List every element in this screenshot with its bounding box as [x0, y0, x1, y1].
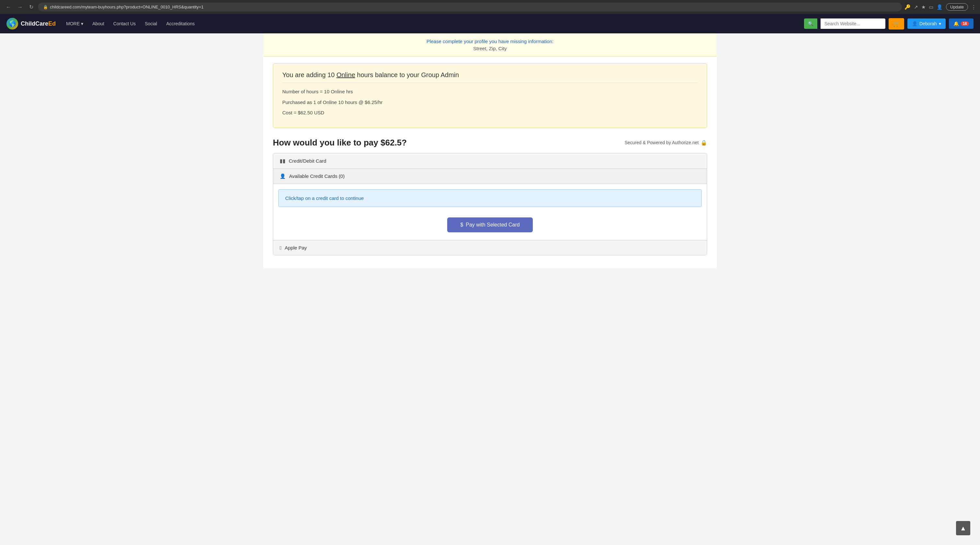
forward-button[interactable]: → — [16, 3, 25, 11]
cart-button[interactable]: 🛒 — [889, 18, 904, 30]
profile-icon[interactable]: 👤 — [937, 4, 943, 10]
nav-social[interactable]: Social — [141, 19, 161, 29]
nav-contact[interactable]: Contact Us — [110, 19, 140, 29]
credit-card-icon: ▮▮ — [280, 158, 285, 164]
order-line1: Number of hours = 10 Online hrs — [282, 88, 698, 95]
nav-about[interactable]: About — [89, 19, 108, 29]
logo-text: ChildCareEd — [21, 21, 56, 27]
payment-box: ▮▮ Credit/Debit Card 👤 Available Credit … — [273, 153, 707, 255]
lock-icon: 🔒 — [43, 5, 48, 10]
user-label: Deborah — [920, 21, 937, 26]
click-tap-text: Click/tap on a credit card to continue — [285, 195, 364, 201]
address-bar[interactable]: 🔒 childcareed.com/myteam-buyhours.php?pr… — [38, 3, 902, 11]
url-text: childcareed.com/myteam-buyhours.php?prod… — [50, 5, 204, 10]
order-heading: You are adding 10 Online hours balance t… — [282, 71, 698, 83]
order-summary: You are adding 10 Online hours balance t… — [273, 63, 707, 128]
nav-more[interactable]: MORE — [62, 19, 87, 29]
available-cards-label: Available Credit Cards (0) — [289, 173, 345, 179]
update-button[interactable]: Update — [946, 3, 968, 11]
bookmark-icon[interactable]: ★ — [921, 4, 926, 10]
payment-header: How would you like to pay $62.5? Secured… — [273, 138, 707, 148]
notification-button[interactable]: 🔔 16 — [949, 19, 974, 29]
reload-button[interactable]: ↻ — [27, 3, 35, 11]
search-button[interactable]: 🔍 — [804, 19, 817, 29]
secure-text: Secured & Powered by Authorize.net — [625, 140, 699, 145]
share-icon[interactable]: ↗ — [914, 4, 918, 10]
search-input[interactable] — [821, 19, 885, 29]
warning-link[interactable]: Please complete your profile you have mi… — [426, 38, 554, 44]
apple-pay-section-header:  Apple Pay — [273, 240, 707, 255]
heading-link: Online — [336, 71, 355, 78]
browser-chrome: ← → ↻ 🔒 childcareed.com/myteam-buyhours.… — [0, 0, 980, 14]
click-tap-area[interactable]: Click/tap on a credit card to continue — [278, 189, 702, 207]
cast-icon[interactable]: ▭ — [929, 4, 933, 10]
main-container: You are adding 10 Online hours balance t… — [263, 57, 717, 268]
dollar-icon: $ — [460, 222, 463, 228]
profile-warning: Please complete your profile you have mi… — [263, 33, 717, 57]
navbar: 🌎 ChildCareEd MORE About Contact Us Soci… — [0, 14, 980, 33]
logo-text-part1: ChildCare — [21, 21, 48, 27]
heading-suffix: hours balance to your Group Admin — [355, 71, 459, 78]
browser-actions: 🔑 ↗ ★ ▭ 👤 Update ⋮ — [905, 3, 976, 11]
order-line3: Cost = $62.50 USD — [282, 109, 698, 117]
nav-right: 🔍 🛒 👤 Deborah 🔔 16 — [804, 18, 974, 30]
pay-btn-label: Pay with Selected Card — [466, 222, 520, 228]
back-button[interactable]: ← — [4, 3, 13, 11]
nav-links: MORE About Contact Us Social Accreditati… — [62, 19, 797, 29]
person-icon: 👤 — [280, 173, 286, 179]
secure-lock-icon: 🔒 — [701, 140, 707, 146]
pay-button-area: $ Pay with Selected Card — [273, 212, 707, 240]
warning-detail: Street, Zip, City — [270, 46, 710, 51]
apple-pay-label: Apple Pay — [285, 245, 307, 251]
page-content: Please complete your profile you have mi… — [263, 33, 717, 268]
logo-area[interactable]: 🌎 ChildCareEd — [6, 18, 56, 30]
credit-card-label: Credit/Debit Card — [289, 158, 326, 164]
notification-badge: 16 — [961, 21, 969, 26]
user-icon: 👤 — [912, 21, 918, 26]
credit-card-section-header: ▮▮ Credit/Debit Card — [273, 153, 707, 169]
payment-title: How would you like to pay $62.5? — [273, 138, 407, 148]
warning-text: Please complete your profile you have mi… — [270, 38, 710, 44]
secure-badge: Secured & Powered by Authorize.net 🔒 — [625, 140, 707, 146]
logo-text-part2: Ed — [48, 21, 56, 27]
pay-with-selected-card-button[interactable]: $ Pay with Selected Card — [447, 218, 533, 232]
heading-prefix: You are adding 10 — [282, 71, 336, 78]
menu-icon[interactable]: ⋮ — [971, 4, 976, 10]
user-button[interactable]: 👤 Deborah — [907, 19, 946, 29]
logo-icon: 🌎 — [6, 18, 18, 30]
bell-icon: 🔔 — [953, 21, 959, 26]
apple-icon:  — [280, 245, 281, 251]
order-line2: Purchased as 1 of Online 10 hours @ $6.2… — [282, 99, 698, 106]
nav-accreditations[interactable]: Accreditations — [162, 19, 199, 29]
available-cards-header: 👤 Available Credit Cards (0) — [273, 169, 707, 184]
key-icon[interactable]: 🔑 — [905, 4, 911, 10]
